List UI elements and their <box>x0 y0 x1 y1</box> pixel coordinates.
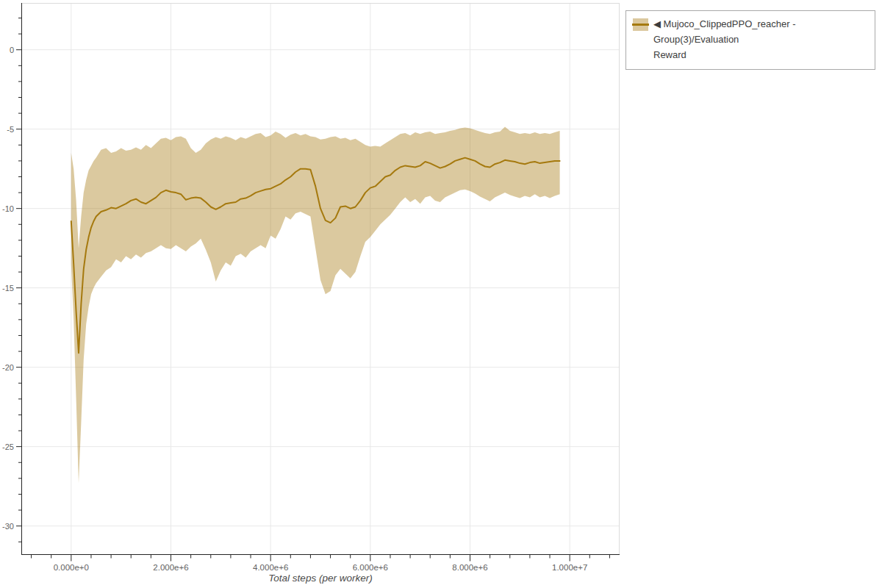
y-tick-label: -15 <box>2 284 14 293</box>
x-axis-title: Total steps (per worker) <box>268 573 372 584</box>
confidence-band <box>71 127 560 484</box>
y-tick-label: 0 <box>10 46 14 54</box>
legend: ◀ Mujoco_ClippedPPO_reacher - Group(3)/E… <box>625 10 875 70</box>
legend-item[interactable]: ◀ Mujoco_ClippedPPO_reacher - Group(3)/E… <box>632 17 867 62</box>
x-tick-label: 0.000e+0 <box>54 563 89 572</box>
y-tick-label: -25 <box>2 442 14 451</box>
reward-chart[interactable]: 0-5-10-15-20-25-300.000e+02.000e+64.000e… <box>0 0 621 588</box>
y-tick-label: -20 <box>2 363 14 372</box>
line-swatch <box>632 24 649 26</box>
y-tick-label: -10 <box>2 204 14 213</box>
x-tick-label: 2.000e+6 <box>153 563 188 572</box>
legend-label-line1: ◀ Mujoco_ClippedPPO_reacher - Group(3)/E… <box>653 17 867 48</box>
dashboard-page: { "page": { "background": "#ffffff" }, "… <box>0 0 882 588</box>
legend-label: ◀ Mujoco_ClippedPPO_reacher - Group(3)/E… <box>653 17 867 62</box>
x-tick-label: 4.000e+6 <box>253 563 288 572</box>
x-tick-label: 8.000e+6 <box>452 563 487 572</box>
y-tick-label: -5 <box>7 125 14 134</box>
legend-swatch-icon <box>632 18 649 31</box>
x-tick-label: 6.000e+6 <box>353 563 388 572</box>
x-tick-label: 1.000e+7 <box>552 563 587 572</box>
y-tick-label: -30 <box>2 522 14 531</box>
legend-label-line2: Reward <box>653 48 867 63</box>
plot-svg[interactable]: 0-5-10-15-20-25-300.000e+02.000e+64.000e… <box>0 0 621 588</box>
